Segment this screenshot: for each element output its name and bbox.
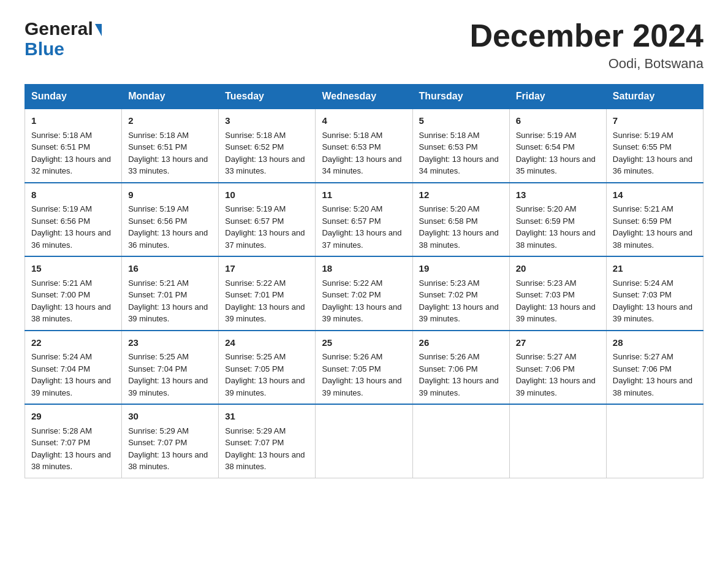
calendar-cell: 12Sunrise: 5:20 AMSunset: 6:58 PMDayligh… xyxy=(412,183,509,257)
sunrise-text: Sunrise: 5:18 AM xyxy=(225,131,286,140)
sunset-text: Sunset: 6:54 PM xyxy=(516,142,575,151)
daylight-text: Daylight: 13 hours and 36 minutes. xyxy=(128,228,208,250)
calendar-cell: 26Sunrise: 5:26 AMSunset: 7:06 PMDayligh… xyxy=(412,331,509,405)
day-number: 6 xyxy=(516,114,600,128)
daylight-text: Daylight: 13 hours and 37 minutes. xyxy=(225,228,305,250)
daylight-text: Daylight: 13 hours and 38 minutes. xyxy=(613,376,692,397)
sunrise-text: Sunrise: 5:26 AM xyxy=(419,352,480,361)
sunrise-text: Sunrise: 5:26 AM xyxy=(322,352,382,361)
sunrise-text: Sunrise: 5:20 AM xyxy=(516,204,577,213)
calendar-cell: 17Sunrise: 5:22 AMSunset: 7:01 PMDayligh… xyxy=(219,256,316,331)
calendar-cell: 16Sunrise: 5:21 AMSunset: 7:01 PMDayligh… xyxy=(122,256,219,331)
daylight-text: Daylight: 13 hours and 39 minutes. xyxy=(128,302,208,324)
page-subtitle: Oodi, Botswana xyxy=(469,56,703,72)
sunset-text: Sunset: 6:58 PM xyxy=(419,216,478,226)
day-number: 5 xyxy=(419,114,503,128)
day-number: 3 xyxy=(225,114,309,128)
calendar-cell: 13Sunrise: 5:20 AMSunset: 6:59 PMDayligh… xyxy=(509,183,606,257)
sunset-text: Sunset: 6:52 PM xyxy=(225,142,284,151)
daylight-text: Daylight: 13 hours and 39 minutes. xyxy=(225,302,305,324)
sunset-text: Sunset: 7:06 PM xyxy=(516,364,575,373)
sunrise-text: Sunrise: 5:18 AM xyxy=(31,131,92,140)
calendar-cell: 22Sunrise: 5:24 AMSunset: 7:04 PMDayligh… xyxy=(25,331,122,405)
calendar-cell: 15Sunrise: 5:21 AMSunset: 7:00 PMDayligh… xyxy=(25,256,122,331)
sunset-text: Sunset: 7:07 PM xyxy=(225,438,284,447)
sunrise-text: Sunrise: 5:18 AM xyxy=(322,131,382,140)
daylight-text: Daylight: 13 hours and 36 minutes. xyxy=(613,155,692,176)
day-number: 11 xyxy=(322,188,406,202)
week-row-1: 1Sunrise: 5:18 AMSunset: 6:51 PMDaylight… xyxy=(25,109,703,183)
day-number: 7 xyxy=(613,114,697,128)
title-block: December 2024 Oodi, Botswana xyxy=(469,18,703,72)
day-number: 1 xyxy=(31,114,115,128)
logo-blue: Blue xyxy=(25,39,64,59)
sunrise-text: Sunrise: 5:23 AM xyxy=(419,278,480,288)
daylight-text: Daylight: 13 hours and 38 minutes. xyxy=(613,228,692,250)
daylight-text: Daylight: 13 hours and 32 minutes. xyxy=(31,155,111,176)
daylight-text: Daylight: 13 hours and 39 minutes. xyxy=(322,376,401,397)
day-number: 2 xyxy=(128,114,212,128)
day-number: 20 xyxy=(516,262,600,276)
calendar-cell: 4Sunrise: 5:18 AMSunset: 6:53 PMDaylight… xyxy=(316,109,412,183)
sunset-text: Sunset: 7:00 PM xyxy=(31,290,90,299)
calendar-cell: 23Sunrise: 5:25 AMSunset: 7:04 PMDayligh… xyxy=(122,331,219,405)
daylight-text: Daylight: 13 hours and 38 minutes. xyxy=(225,450,305,472)
day-number: 29 xyxy=(31,410,115,424)
daylight-text: Daylight: 13 hours and 36 minutes. xyxy=(31,228,111,250)
calendar-cell: 3Sunrise: 5:18 AMSunset: 6:52 PMDaylight… xyxy=(219,109,316,183)
calendar-cell: 8Sunrise: 5:19 AMSunset: 6:56 PMDaylight… xyxy=(25,183,122,257)
calendar-header-row: SundayMondayTuesdayWednesdayThursdayFrid… xyxy=(25,85,703,109)
sunset-text: Sunset: 6:56 PM xyxy=(31,216,90,226)
sunset-text: Sunset: 6:57 PM xyxy=(225,216,284,226)
header-tuesday: Tuesday xyxy=(219,85,316,109)
daylight-text: Daylight: 13 hours and 33 minutes. xyxy=(128,155,208,176)
daylight-text: Daylight: 13 hours and 37 minutes. xyxy=(322,228,401,250)
page-header: General Blue December 2024 Oodi, Botswan… xyxy=(25,18,703,72)
sunrise-text: Sunrise: 5:25 AM xyxy=(225,352,286,361)
sunset-text: Sunset: 7:03 PM xyxy=(613,290,672,299)
daylight-text: Daylight: 13 hours and 33 minutes. xyxy=(225,155,305,176)
calendar-cell: 31Sunrise: 5:29 AMSunset: 7:07 PMDayligh… xyxy=(219,404,316,478)
daylight-text: Daylight: 13 hours and 38 minutes. xyxy=(516,228,596,250)
header-wednesday: Wednesday xyxy=(316,85,412,109)
daylight-text: Daylight: 13 hours and 38 minutes. xyxy=(419,228,499,250)
calendar-cell: 29Sunrise: 5:28 AMSunset: 7:07 PMDayligh… xyxy=(25,404,122,478)
sunset-text: Sunset: 7:02 PM xyxy=(419,290,478,299)
sunrise-text: Sunrise: 5:19 AM xyxy=(31,204,92,213)
header-saturday: Saturday xyxy=(606,85,703,109)
sunset-text: Sunset: 7:07 PM xyxy=(128,438,187,447)
logo-triangle xyxy=(95,24,102,36)
sunrise-text: Sunrise: 5:25 AM xyxy=(128,352,189,361)
sunrise-text: Sunrise: 5:23 AM xyxy=(516,278,577,288)
sunrise-text: Sunrise: 5:24 AM xyxy=(613,278,673,288)
day-number: 9 xyxy=(128,188,212,202)
calendar-cell: 19Sunrise: 5:23 AMSunset: 7:02 PMDayligh… xyxy=(412,256,509,331)
sunrise-text: Sunrise: 5:29 AM xyxy=(128,426,189,435)
daylight-text: Daylight: 13 hours and 39 minutes. xyxy=(613,302,692,324)
sunrise-text: Sunrise: 5:18 AM xyxy=(419,131,480,140)
daylight-text: Daylight: 13 hours and 38 minutes. xyxy=(31,450,111,472)
sunrise-text: Sunrise: 5:21 AM xyxy=(31,278,92,288)
calendar-cell: 11Sunrise: 5:20 AMSunset: 6:57 PMDayligh… xyxy=(316,183,412,257)
sunset-text: Sunset: 7:03 PM xyxy=(516,290,575,299)
calendar-cell: 21Sunrise: 5:24 AMSunset: 7:03 PMDayligh… xyxy=(606,256,703,331)
day-number: 23 xyxy=(128,336,212,350)
daylight-text: Daylight: 13 hours and 39 minutes. xyxy=(31,376,111,397)
calendar-cell xyxy=(509,404,606,478)
sunrise-text: Sunrise: 5:28 AM xyxy=(31,426,92,435)
calendar-cell xyxy=(412,404,509,478)
sunset-text: Sunset: 7:04 PM xyxy=(31,364,90,373)
sunrise-text: Sunrise: 5:19 AM xyxy=(225,204,286,213)
daylight-text: Daylight: 13 hours and 39 minutes. xyxy=(419,376,499,397)
day-number: 10 xyxy=(225,188,309,202)
calendar-cell: 25Sunrise: 5:26 AMSunset: 7:05 PMDayligh… xyxy=(316,331,412,405)
daylight-text: Daylight: 13 hours and 39 minutes. xyxy=(225,376,305,397)
sunset-text: Sunset: 7:06 PM xyxy=(419,364,478,373)
sunrise-text: Sunrise: 5:22 AM xyxy=(225,278,286,288)
sunrise-text: Sunrise: 5:21 AM xyxy=(613,204,673,213)
sunrise-text: Sunrise: 5:27 AM xyxy=(516,352,577,361)
calendar-cell: 10Sunrise: 5:19 AMSunset: 6:57 PMDayligh… xyxy=(219,183,316,257)
calendar-cell: 1Sunrise: 5:18 AMSunset: 6:51 PMDaylight… xyxy=(25,109,122,183)
sunset-text: Sunset: 6:57 PM xyxy=(322,216,381,226)
sunset-text: Sunset: 7:06 PM xyxy=(613,364,672,373)
